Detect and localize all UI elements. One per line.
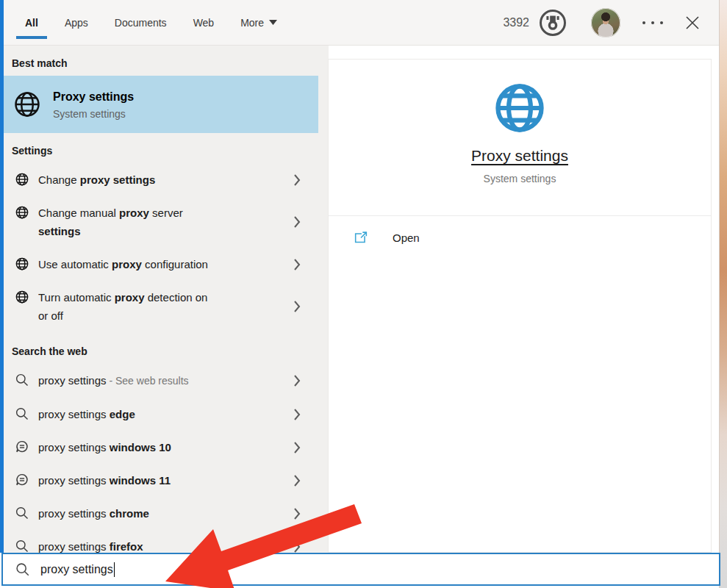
chevron-down-icon [269,20,277,25]
tab-more[interactable]: More [240,0,277,45]
chevron-right-icon [293,441,301,454]
chevron-right-icon [293,408,301,421]
search-input-value[interactable]: proxy settings [40,563,113,576]
top-tab-bar: AllAppsDocumentsWebMore 3392 [0,0,719,46]
chevron-right-icon [293,540,301,553]
text-cursor [114,562,115,577]
user-avatar[interactable] [591,8,620,37]
search-icon [15,373,29,387]
result-item-label: proxy settings windows 11 [38,471,171,490]
search-flyout: AllAppsDocumentsWebMore 3392 [0,0,719,588]
close-icon[interactable] [685,15,700,30]
search-filter-tabs: AllAppsDocumentsWebMore [0,0,277,45]
tab-all[interactable]: All [25,0,38,45]
search-icon [15,539,29,553]
more-options-icon[interactable] [641,20,665,26]
result-item-label: proxy settings - See web results [38,371,189,390]
search-icon [15,406,29,421]
result-item[interactable]: Turn automatic proxy detection onor off [4,281,318,332]
result-item-label: proxy settings chrome [38,504,149,523]
open-label: Open [393,232,420,244]
tab-documents[interactable]: Documents [115,0,167,45]
globe-icon [15,257,29,271]
chat-icon [15,440,29,454]
result-item[interactable]: proxy settings edge [4,398,318,431]
result-item-label: Change proxy settings [38,171,155,189]
search-box[interactable]: proxy settings [1,553,720,586]
web-results-list: proxy settings - See web resultsproxy se… [4,364,318,553]
result-item-label: Turn automatic proxy detection onor off [38,288,207,325]
chevron-right-icon [293,300,301,313]
preview-panel: Proxy settings System settings Open [328,59,712,553]
best-match-item[interactable]: Proxy settings System settings [4,76,318,133]
result-item-label: proxy settings edge [38,405,135,423]
globe-icon [15,290,29,304]
globe-icon [15,172,29,187]
result-item[interactable]: Change proxy settings [4,163,318,196]
preview-title: Proxy settings [329,147,711,165]
result-item-label: proxy settings firefox [38,537,143,553]
chevron-right-icon [293,507,301,520]
globe-icon [491,79,548,137]
result-item[interactable]: proxy settings windows 11 [4,464,318,497]
result-item[interactable]: proxy settings firefox [4,530,318,553]
result-item[interactable]: proxy settings - See web results [4,364,318,398]
globe-icon [12,90,42,119]
chevron-right-icon [293,374,301,387]
accent-strip [0,0,4,553]
best-match-header: Best match [4,46,318,76]
best-match-text: Proxy settings System settings [53,89,134,120]
desktop-edge [719,0,727,588]
see-web-results-hint: - See web results [107,375,189,387]
globe-icon [15,205,29,220]
chevron-right-icon [293,474,301,487]
search-icon [15,562,31,578]
result-item[interactable]: Use automatic proxy configuration [4,248,318,281]
web-header: Search the web [4,332,318,364]
result-item-label: Use automatic proxy configuration [38,255,208,273]
settings-header: Settings [4,133,318,163]
tab-web[interactable]: Web [193,0,215,45]
results-panel: Best match Proxy settings System setting… [4,46,318,553]
search-icon [15,506,29,520]
rewards-medal-icon[interactable] [538,8,567,37]
best-match-title: Proxy settings [53,89,134,104]
open-action[interactable]: Open [329,216,711,259]
chevron-right-icon [293,258,301,271]
result-item-label: proxy settings windows 10 [38,438,171,456]
topbar-right: 3392 [503,0,719,45]
settings-results-list: Change proxy settingsChange manual proxy… [4,163,318,332]
result-item[interactable]: proxy settings chrome [4,497,318,530]
preview-subtitle: System settings [329,173,711,184]
result-item-label: Change manual proxy serversettings [38,204,183,240]
open-external-icon [353,229,369,245]
best-match-subtitle: System settings [53,108,134,120]
chat-icon [15,473,29,487]
chevron-right-icon [293,215,301,229]
rewards-points: 3392 [503,16,529,29]
result-item[interactable]: Change manual proxy serversettings [4,196,318,248]
chevron-right-icon [293,173,301,187]
result-item[interactable]: proxy settings windows 10 [4,431,318,464]
tab-apps[interactable]: Apps [65,0,88,45]
